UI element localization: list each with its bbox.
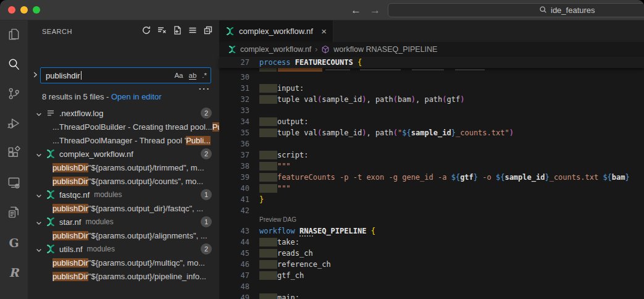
chevron-down-icon[interactable] — [35, 150, 43, 158]
breadcrumb: complex_workflow.nf › workflow RNASEQ_PI… — [219, 42, 644, 57]
chevron-down-icon[interactable] — [35, 109, 43, 117]
navigate-back-icon[interactable]: ← — [351, 4, 361, 17]
code-area[interactable]: 27process FEATURECOUNTS { 3031 input:32 … — [219, 57, 644, 299]
code-line[interactable]: 34 output: — [219, 116, 644, 127]
activity-source-control-button[interactable] — [0, 80, 28, 109]
collapse-all-icon[interactable] — [203, 25, 213, 38]
tab-complex-workflow[interactable]: complex_workflow.nf × — [219, 20, 333, 42]
search-result-row[interactable]: publishDir "${params.output}/multiqc", m… — [28, 256, 219, 269]
command-center-search-box[interactable]: ide_features — [388, 3, 644, 17]
search-result-row[interactable]: ...ThreadPoolBuilder - Creating thread p… — [28, 120, 219, 133]
breadcrumb-file[interactable]: complex_workflow.nf — [240, 45, 311, 54]
file-name: fastqc.nf — [59, 190, 90, 200]
chevron-down-icon[interactable] — [35, 245, 43, 253]
code-line[interactable]: 33 — [219, 105, 644, 116]
line-number: 48 — [219, 281, 259, 292]
run-debug-icon — [7, 116, 21, 133]
line-number: 39 — [219, 172, 259, 183]
sticky-scroll-line[interactable]: 27process FEATURECOUNTS { — [219, 57, 644, 68]
code-line[interactable]: 49 main: — [219, 292, 644, 299]
search-file-row[interactable]: complex_workflow.nf2 — [28, 147, 219, 161]
regex-toggle[interactable]: .* — [202, 72, 207, 79]
live-preview-icon — [7, 205, 21, 222]
match-case-toggle[interactable]: Aa — [174, 72, 183, 79]
tab-close-icon[interactable]: × — [321, 26, 327, 36]
code-line[interactable]: 38 """ — [219, 161, 644, 172]
code-line[interactable]: 44 take: — [219, 237, 644, 248]
match-highlight: publishDir — [52, 231, 88, 240]
file-name: utils.nf — [59, 245, 83, 254]
close-window-button[interactable] — [8, 6, 15, 14]
whole-word-toggle[interactable]: ab — [189, 72, 197, 80]
editor-group: complex_workflow.nf × complex_workflow.n… — [219, 20, 644, 299]
search-result-row[interactable]: publishDir "${params.output}/trimmed", m… — [28, 161, 219, 174]
search-result-row[interactable]: publishDir "${params.output}/counts", mo… — [28, 174, 219, 188]
line-number: 43 — [219, 225, 259, 237]
activity-live-preview-button[interactable] — [0, 198, 28, 228]
code-line[interactable]: 31 input: — [219, 83, 644, 94]
search-file-row[interactable]: utils.nfmodules2 — [28, 242, 219, 256]
search-file-row[interactable]: fastqc.nfmodules1 — [28, 188, 219, 201]
activity-extensions-button[interactable] — [0, 139, 28, 169]
view-as-list-icon[interactable] — [188, 25, 198, 38]
code-line[interactable]: 40 """ — [219, 183, 644, 194]
code-line-text: """ — [259, 161, 291, 172]
match-count-badge: 2 — [201, 107, 212, 119]
activity-gitlens-button[interactable]: G — [0, 228, 28, 258]
file-dir: modules — [87, 245, 115, 253]
activity-run-debug-button[interactable] — [0, 109, 28, 139]
activity-explorer-button[interactable] — [0, 20, 28, 50]
code-line-text: tuple val(sample_id), path("${sample_id}… — [259, 127, 514, 138]
search-result-row[interactable]: publishDir "${params.output_dir}/fastqc"… — [28, 201, 219, 215]
line-number: 33 — [219, 105, 259, 116]
bottom-partial-icon — [7, 294, 21, 299]
file-dir: modules — [94, 190, 122, 199]
toggle-replace-chevron-icon[interactable] — [31, 70, 39, 81]
activity-bottom-partial-button[interactable] — [0, 287, 28, 299]
activity-r-extension-button[interactable]: R — [0, 258, 28, 287]
chevron-down-icon[interactable] — [35, 218, 43, 225]
code-line[interactable]: 48 — [219, 281, 644, 292]
code-line[interactable]: 37 script: — [219, 150, 644, 161]
search-result-row[interactable]: publishDir "${params.output}/pipeline_in… — [28, 269, 219, 283]
match-count-badge: 2 — [201, 148, 212, 159]
navigate-forward-icon[interactable]: → — [370, 4, 380, 17]
match-highlight: publishDir — [52, 204, 88, 213]
nextflow-file-icon — [228, 45, 236, 54]
chevron-down-icon[interactable] — [35, 191, 43, 198]
code-line[interactable]: 30 — [219, 72, 644, 83]
search-file-row[interactable]: star.nfmodules1 — [28, 215, 219, 229]
maximize-window-button[interactable] — [33, 6, 40, 14]
search-result-row[interactable]: publishDir "${params.output}/alignments"… — [28, 229, 219, 242]
activity-search-button[interactable] — [0, 50, 28, 80]
codelens-preview-dag[interactable]: Preview DAG — [259, 214, 296, 225]
code-line[interactable]: 36 — [219, 138, 644, 150]
traffic-lights — [8, 6, 40, 14]
clear-results-icon[interactable] — [157, 25, 167, 38]
code-line[interactable]: 46 reference_ch — [219, 259, 644, 270]
search-file-row[interactable]: .nextflow.log2 — [28, 106, 219, 120]
tab-strip: complex_workflow.nf × — [219, 20, 644, 42]
code-line[interactable]: 32 tuple val(sample_id), path(bam), path… — [219, 94, 644, 105]
line-number: 44 — [219, 237, 259, 248]
search-details-toggle[interactable]: ··· — [199, 84, 211, 93]
open-in-editor-link[interactable]: Open in editor — [111, 92, 162, 101]
code-line[interactable]: 47 gtf_ch — [219, 270, 644, 281]
search-results-tree: .nextflow.log2...ThreadPoolBuilder - Cre… — [28, 106, 219, 283]
r-extension-icon: R — [9, 266, 19, 279]
search-result-row[interactable]: ...ThreadPoolManager - Thread pool 'Publ… — [28, 133, 219, 147]
refresh-icon[interactable] — [141, 25, 151, 38]
code-line[interactable]: 35 tuple val(sample_id), path("${sample_… — [219, 127, 644, 138]
breadcrumb-symbol[interactable]: workflow RNASEQ_PIPELINE — [333, 45, 437, 54]
search-sidebar: SEARCH publishdir Aaab.* ··· 8 results i… — [28, 20, 219, 299]
command-center-text: ide_features — [551, 6, 595, 15]
code-line[interactable]: 45 reads_ch — [219, 248, 644, 259]
search-input[interactable]: publishdir Aaab.* — [40, 67, 211, 83]
open-new-search-editor-icon[interactable] — [172, 25, 182, 38]
code-line[interactable]: 39 featureCounts -p -t exon -g gene_id -… — [219, 172, 644, 183]
code-line[interactable]: 43workflow RNASEQ_PIPELINE { — [219, 225, 644, 237]
code-line[interactable]: 41} — [219, 194, 644, 205]
minimize-window-button[interactable] — [20, 6, 28, 14]
file-name: complex_workflow.nf — [59, 150, 133, 159]
activity-remote-explorer-button[interactable] — [0, 169, 28, 198]
